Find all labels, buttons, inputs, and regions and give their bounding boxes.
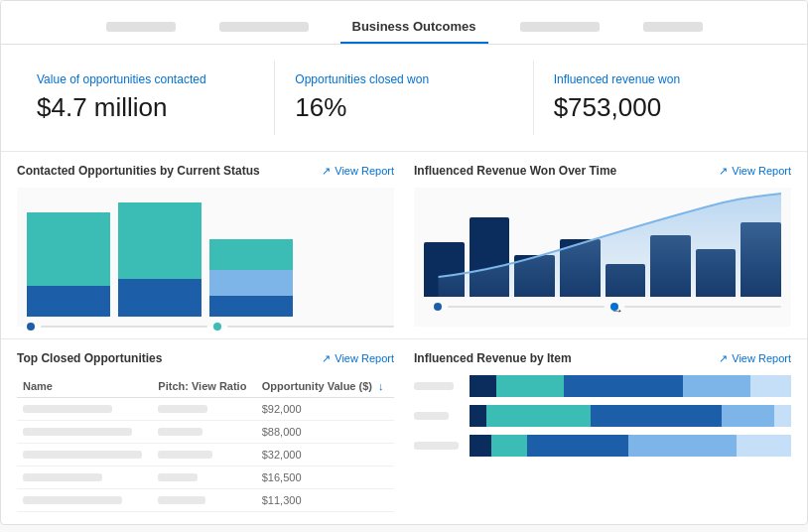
chart-dots-contacted bbox=[17, 323, 394, 331]
cell-value-3: $32,000 bbox=[256, 444, 394, 466]
view-report-table[interactable]: ↗ View Report bbox=[322, 352, 394, 365]
hbar-lightblue-1 bbox=[683, 375, 750, 397]
dot-active-revenue bbox=[434, 303, 442, 311]
table-header: Top Closed Opportunities ↗ View Report bbox=[17, 351, 394, 365]
bar-seg-blue-1 bbox=[27, 286, 110, 318]
rev-bar-5 bbox=[606, 264, 646, 297]
table-row: $11,300 bbox=[17, 489, 394, 512]
col-pitch: Pitch: View Ratio bbox=[152, 375, 255, 398]
stacked-bar-3 bbox=[209, 239, 293, 317]
kpi-value-opportunities: $4.7 million bbox=[37, 92, 254, 123]
bar-seg-blue-2 bbox=[118, 279, 202, 317]
chart-dots-revenue: → bbox=[424, 303, 781, 311]
cell-value-2: $88,000 bbox=[256, 421, 394, 444]
revenue-chart: → bbox=[414, 188, 791, 317]
hbar-teal-3 bbox=[491, 435, 527, 457]
kpi-card-revenue-won: Influenced revenue won $753,000 bbox=[534, 61, 791, 135]
chart-contacted-title: Contacted Opportunities by Current Statu… bbox=[17, 164, 260, 178]
hbar-lightblue-3 bbox=[628, 435, 737, 457]
horiz-bar-chart bbox=[414, 375, 791, 457]
kpi-label-closed-won: Opportunities closed won bbox=[295, 72, 512, 86]
table-header-row: Name Pitch: View Ratio Opportunity Value… bbox=[17, 375, 394, 398]
horiz-label-3 bbox=[414, 442, 464, 450]
tab-business-outcomes[interactable]: Business Outcomes bbox=[340, 11, 488, 44]
cell-name-4 bbox=[17, 466, 152, 489]
sort-icon: ↓ bbox=[378, 380, 384, 392]
tab-4[interactable] bbox=[508, 12, 611, 43]
kpi-card-closed-won: Opportunities closed won 16% bbox=[275, 61, 533, 135]
view-report-influenced[interactable]: ↗ View Report bbox=[719, 352, 791, 365]
bar-seg-teal-1 bbox=[27, 212, 110, 286]
trend-icon-table: ↗ bbox=[322, 352, 331, 365]
hbar-blue-3 bbox=[527, 435, 628, 457]
dot-line-rev-2 bbox=[624, 306, 781, 308]
dot-arrow-revenue: → bbox=[610, 303, 618, 311]
hbar-navy-1 bbox=[470, 375, 496, 397]
kpi-value-closed-won: 16% bbox=[295, 92, 512, 123]
tab-1[interactable] bbox=[94, 12, 188, 43]
cell-pitch-1 bbox=[152, 398, 255, 421]
hbar-verylight-3 bbox=[737, 435, 791, 457]
revenue-bars bbox=[424, 188, 781, 297]
kpi-row: Value of opportunities contacted $4.7 mi… bbox=[1, 45, 807, 152]
bar-seg-blue-3 bbox=[209, 296, 293, 317]
hbar-blue-1 bbox=[564, 375, 682, 397]
table-row: $88,000 bbox=[17, 421, 394, 444]
dot-line-2 bbox=[227, 326, 394, 328]
section-top-closed: Top Closed Opportunities ↗ View Report N… bbox=[17, 351, 394, 512]
hbar-navy-2 bbox=[470, 405, 486, 427]
horiz-bar-2 bbox=[470, 405, 791, 427]
view-report-contacted[interactable]: ↗ View Report bbox=[322, 165, 394, 178]
dot-active-contacted bbox=[27, 323, 35, 331]
rev-bar-6 bbox=[650, 235, 691, 297]
horiz-bar-row-1 bbox=[414, 375, 791, 397]
cell-pitch-4 bbox=[152, 466, 255, 489]
table-row: $32,000 bbox=[17, 444, 394, 466]
contacted-chart-area bbox=[17, 188, 394, 327]
contacted-bar-chart bbox=[17, 188, 394, 317]
dot-line-1 bbox=[41, 326, 207, 328]
horiz-label-2 bbox=[414, 412, 464, 420]
rev-bar-2 bbox=[470, 217, 510, 297]
horiz-bar-3 bbox=[470, 435, 791, 457]
tab-5[interactable] bbox=[631, 12, 715, 43]
influenced-revenue-title: Influenced Revenue by Item bbox=[414, 351, 572, 365]
table-row: $92,000 bbox=[17, 398, 394, 421]
rev-bar-1 bbox=[424, 242, 465, 297]
cell-value-5: $11,300 bbox=[256, 489, 394, 512]
bar-group-1 bbox=[27, 212, 110, 317]
chart-revenue-title: Influenced Revenue Won Over Time bbox=[414, 164, 616, 178]
section-influenced-revenue: Influenced Revenue by Item ↗ View Report bbox=[414, 351, 791, 512]
horiz-label-1 bbox=[414, 382, 464, 390]
rev-bar-8 bbox=[741, 222, 781, 297]
hbar-teal-2 bbox=[486, 405, 591, 427]
horiz-bar-row-3 bbox=[414, 435, 791, 457]
cell-name-2 bbox=[17, 421, 152, 444]
rev-bar-7 bbox=[696, 249, 737, 297]
hbar-teal-1 bbox=[496, 375, 564, 397]
chart-contacted-header: Contacted Opportunities by Current Statu… bbox=[17, 164, 394, 178]
cell-name-1 bbox=[17, 398, 152, 421]
bar-seg-lightblue-3 bbox=[209, 270, 293, 296]
kpi-label-revenue: Influenced revenue won bbox=[554, 72, 771, 86]
dot-line-rev-1 bbox=[448, 306, 605, 308]
hbar-verylight-2 bbox=[774, 405, 791, 427]
influenced-revenue-header: Influenced Revenue by Item ↗ View Report bbox=[414, 351, 791, 365]
col-value[interactable]: Opportunity Value ($) ↓ bbox=[256, 375, 394, 398]
chart-contacted-opportunities: Contacted Opportunities by Current Statu… bbox=[17, 164, 394, 327]
bar-seg-teal-3 bbox=[209, 239, 293, 270]
kpi-card-opportunities-contacted: Value of opportunities contacted $4.7 mi… bbox=[17, 61, 275, 135]
cell-value-4: $16,500 bbox=[256, 466, 394, 489]
chart-revenue-header: Influenced Revenue Won Over Time ↗ View … bbox=[414, 164, 791, 178]
table-row: $16,500 bbox=[17, 466, 394, 489]
cell-name-3 bbox=[17, 444, 152, 466]
chart-revenue-time: Influenced Revenue Won Over Time ↗ View … bbox=[414, 164, 791, 327]
table-title: Top Closed Opportunities bbox=[17, 351, 162, 365]
hbar-navy-3 bbox=[470, 435, 491, 457]
view-report-revenue[interactable]: ↗ View Report bbox=[719, 165, 791, 178]
trend-icon-influenced: ↗ bbox=[719, 352, 728, 365]
dot-teal-contacted bbox=[213, 323, 221, 331]
tab-2[interactable] bbox=[207, 12, 321, 43]
revenue-chart-area: → bbox=[414, 188, 791, 327]
hbar-verylight-1 bbox=[750, 375, 791, 397]
